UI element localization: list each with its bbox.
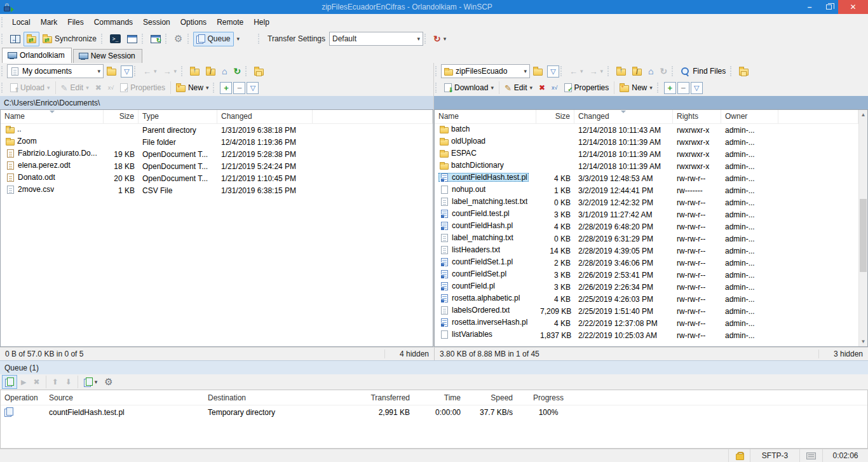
file-row[interactable]: batchDictionary12/14/2018 10:11:39 AMrwx…	[435, 160, 867, 172]
local-symlink-button[interactable]	[251, 64, 267, 79]
queue-resume-button[interactable]	[18, 375, 29, 389]
queue-column-header-operation[interactable]: Operation	[1, 393, 45, 402]
local-forward-button[interactable]: →▾	[160, 64, 180, 79]
remote-open-directory-button[interactable]	[530, 64, 546, 79]
synchronize-button[interactable]: Synchronize	[39, 32, 100, 46]
local-rename-button[interactable]	[105, 81, 117, 95]
close-button[interactable]	[838, 0, 868, 14]
remote-delete-button[interactable]	[536, 81, 548, 95]
local-edit-button[interactable]: Edit▾	[58, 81, 92, 95]
local-refresh-button[interactable]	[231, 64, 245, 79]
queue-column-header-destination[interactable]: Destination	[204, 393, 363, 402]
remote-refresh-button[interactable]	[657, 64, 671, 79]
remote-home-button[interactable]	[645, 64, 656, 79]
file-row[interactable]: elena.perez.odt18 KBOpenDocument T...1/2…	[1, 160, 433, 172]
open-console-button[interactable]	[107, 32, 124, 46]
queue-show-toggle[interactable]	[2, 375, 17, 389]
transfer-settings-select[interactable]: Default▾	[329, 32, 423, 46]
remote-drive-select[interactable]: zipFilesEcuado▾	[441, 64, 530, 78]
remote-forward-button[interactable]: →▾	[587, 64, 607, 79]
file-row[interactable]: countFieldSet.pl3 KB2/26/2019 2:53:41 PM…	[435, 269, 867, 281]
remote-back-button[interactable]: ←▾	[566, 64, 587, 79]
queue-column-header-source[interactable]: Source	[45, 393, 204, 402]
column-header-name[interactable]: Name	[435, 110, 536, 123]
local-home-button[interactable]	[219, 64, 230, 79]
file-row[interactable]: Fabrizio.Logiurato.Do...19 KBOpenDocumen…	[1, 148, 433, 160]
encryption-status[interactable]	[728, 449, 750, 462]
queue-dropdown[interactable]: ▾	[234, 32, 243, 46]
file-row[interactable]: nohup.out1 KB3/2/2019 12:44:41 PMrw-----…	[435, 184, 867, 196]
find-files-button[interactable]: Find Files	[677, 64, 729, 79]
file-row[interactable]: countFieldHash.test.pl4 KB3/3/2019 12:48…	[435, 172, 867, 184]
local-drive-select[interactable]: My documents▾	[7, 64, 104, 78]
local-new-button[interactable]: New▾	[173, 81, 212, 95]
tab-orlandolkiam[interactable]: Orlandolkiam	[2, 48, 72, 63]
file-row[interactable]: 2move.csv1 KBCSV File1/31/2019 6:38:15 P…	[1, 184, 433, 196]
file-row[interactable]: countFieldSet.1.pl2 KB2/28/2019 3:46:06 …	[435, 257, 867, 269]
file-row[interactable]: rosetta.inverseHash.pl4 KB2/22/2019 12:3…	[435, 317, 867, 329]
column-header-owner[interactable]: Owner	[721, 110, 778, 123]
remote-filter-button[interactable]	[547, 65, 559, 78]
queue-row[interactable]: countFieldHash.test.plTemporary director…	[1, 405, 867, 419]
column-header-size[interactable]: Size	[104, 110, 139, 123]
queue-process-button[interactable]: ▾	[81, 375, 101, 389]
menu-local[interactable]: Local	[7, 15, 36, 29]
file-row[interactable]: countFieldHash.pl4 KB2/28/2019 6:48:20 P…	[435, 221, 867, 233]
transfer-mode-button[interactable]: ▾	[430, 32, 449, 46]
refresh-session-button[interactable]	[147, 32, 164, 46]
local-root-directory-button[interactable]	[203, 64, 219, 79]
remote-properties-button[interactable]: Properties	[561, 81, 613, 95]
queue-delete-button[interactable]	[30, 375, 43, 389]
menu-options[interactable]: Options	[175, 15, 212, 29]
menu-files[interactable]: Files	[62, 15, 88, 29]
remote-new-button[interactable]: New▾	[616, 81, 656, 95]
file-row[interactable]: batch12/14/2018 10:11:43 AMrwxrwxr-xadmi…	[435, 124, 867, 136]
queue-column-header-time[interactable]: Time	[414, 393, 465, 402]
file-row[interactable]: label_matching.test.txt0 KB3/2/2019 12:4…	[435, 196, 867, 208]
file-row[interactable]: listHeaders.txt14 KB2/28/2019 4:39:05 PM…	[435, 245, 867, 257]
queue-move-down-button[interactable]	[62, 375, 75, 389]
local-back-button[interactable]: ←▾	[140, 64, 160, 79]
remote-symlink-button[interactable]	[736, 64, 752, 79]
queue-move-up-button[interactable]	[49, 375, 62, 389]
server-status[interactable]	[799, 449, 822, 462]
local-parent-directory-button[interactable]	[187, 64, 203, 79]
local-hidden-count[interactable]: 4 hidden	[384, 350, 434, 358]
remote-select-button[interactable]	[664, 82, 676, 94]
menu-mark[interactable]: Mark	[36, 15, 63, 29]
vertical-scrollbar[interactable]: ▲ ▼	[858, 110, 867, 346]
queue-preferences-button[interactable]	[101, 375, 116, 389]
column-header-changed[interactable]: Changed	[574, 110, 673, 123]
menu-session[interactable]: Session	[138, 15, 175, 29]
menu-help[interactable]: Help	[248, 15, 275, 29]
remote-rename-button[interactable]	[548, 81, 560, 95]
download-button[interactable]: Download▾	[441, 81, 497, 95]
minimize-button[interactable]	[800, 0, 819, 14]
file-row[interactable]: label_matching.txt0 KB2/28/2019 6:31:29 …	[435, 233, 867, 245]
local-properties-button[interactable]: Properties	[117, 81, 168, 95]
queue-column-header-speed[interactable]: Speed	[465, 393, 517, 402]
remote-path-bar[interactable]	[434, 96, 868, 109]
file-row[interactable]: oldUpload12/14/2018 10:11:39 AMrwxrwxr-x…	[435, 136, 867, 148]
file-row[interactable]: ZoomFile folder12/4/2018 1:19:36 PM	[1, 136, 433, 148]
menu-commands[interactable]: Commands	[89, 15, 138, 29]
local-filter-button[interactable]	[121, 65, 133, 78]
scrollbar-thumb[interactable]	[860, 199, 867, 272]
local-unselect-button[interactable]	[233, 82, 245, 94]
column-header-rights[interactable]: Rights	[673, 110, 721, 123]
open-putty-button[interactable]	[124, 32, 140, 46]
scroll-up-arrow-icon[interactable]: ▲	[859, 110, 867, 119]
remote-hidden-count[interactable]: 3 hidden	[818, 350, 868, 358]
synchronize-browsing-toggle[interactable]	[24, 32, 39, 46]
remote-unselect-button[interactable]	[677, 82, 689, 94]
remote-edit-button[interactable]: Edit▾	[501, 81, 536, 95]
preferences-button[interactable]	[171, 32, 186, 46]
column-header-changed[interactable]: Changed	[217, 110, 313, 123]
local-path-bar[interactable]: C:\Users\Enrico\Documents\	[0, 96, 433, 109]
scroll-down-arrow-icon[interactable]: ▼	[859, 337, 867, 346]
file-row[interactable]: labelsOrdered.txt7,209 KB2/25/2019 1:51:…	[435, 305, 867, 317]
file-row[interactable]: Donato.odt20 KBOpenDocument T...1/21/201…	[1, 172, 433, 184]
local-select-button[interactable]	[220, 82, 232, 94]
remote-parent-directory-button[interactable]	[613, 64, 629, 79]
file-row[interactable]: ESPAC12/14/2018 10:11:39 AMrwxrwxr-xadmi…	[435, 148, 867, 160]
